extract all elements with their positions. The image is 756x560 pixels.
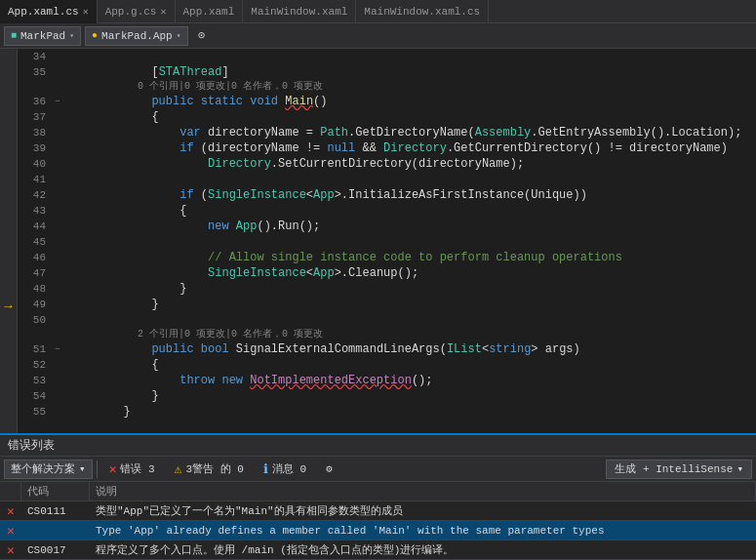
class-dropdown-arrow: ▾: [177, 31, 181, 40]
code-content[interactable]: [STAThread] 0 个引用|0 项更改|0 名作者，0 项更改 publ…: [63, 49, 756, 433]
line-num-39: 39: [18, 140, 52, 156]
line-num-41: 41: [18, 172, 52, 187]
collapse-37: [52, 109, 63, 125]
line-num-50: 50: [18, 312, 52, 328]
code-line-41: [67, 172, 756, 187]
collapse-43: [52, 203, 63, 219]
gutter-icon-1: [0, 64, 18, 80]
collapse-47: [52, 265, 63, 281]
code-line-49: }: [67, 297, 756, 312]
info-count-btn[interactable]: ℹ 消息 0: [256, 460, 314, 479]
tab-close-icon[interactable]: ✕: [83, 6, 89, 18]
error-row-1-icon: ✕: [0, 501, 21, 521]
line-num-35: 35: [18, 64, 52, 80]
toolbar-icon-btn[interactable]: ⊙: [192, 26, 212, 46]
gutter-icon-3: [0, 96, 18, 111]
line-num-40: 40: [18, 156, 52, 172]
collapse-51[interactable]: −: [52, 341, 63, 357]
left-gutter: →: [0, 49, 18, 433]
gutter-icon-15: [0, 283, 18, 299]
line-numbers: 34 35 36 37 38 39 40 41 42 43 44 45 46 4…: [18, 49, 52, 433]
class-dropdown[interactable]: ● MarkPad.App ▾: [85, 26, 187, 46]
filter-icon: ⚙: [326, 462, 333, 475]
line-num-54: 54: [18, 388, 52, 404]
tab-label: MainWindow.xaml.cs: [364, 6, 480, 18]
gutter-icon-4: [0, 111, 18, 127]
code-line-44: new App().Run();: [67, 219, 756, 234]
build-dropdown[interactable]: 生成 + IntelliSense ▾: [606, 460, 752, 479]
tab-mainwindow-xaml[interactable]: MainWindow.xaml: [243, 0, 356, 23]
gutter-icon-19: [0, 345, 18, 361]
line-num-43: 43: [18, 203, 52, 219]
collapse-38: [52, 125, 63, 140]
code-line-48: }: [67, 281, 756, 297]
tab-label: App.xaml: [183, 6, 235, 18]
tab-bar: App.xaml.cs ✕ App.g.cs ✕ App.xaml MainWi…: [0, 0, 756, 23]
line-num-hint2: [18, 328, 52, 341]
code-line-54: }: [67, 388, 756, 404]
code-line-45: [67, 234, 756, 250]
scope-dropdown[interactable]: 整个解决方案 ▾: [4, 460, 93, 479]
build-dropdown-arrow: ▾: [736, 462, 743, 475]
error-row-1[interactable]: ✕ CS0111 类型"App"已定义了一个名为"Main"的具有相同参数类型的…: [0, 501, 756, 521]
gutter-icon-12: [0, 236, 18, 252]
code-line-46: // Allow single instance code to perform…: [67, 250, 756, 265]
gutter-breakpoint-icon[interactable]: →: [0, 299, 18, 314]
collapse-36[interactable]: −: [52, 94, 63, 109]
error-count-btn[interactable]: ✕ 错误 3: [101, 460, 163, 479]
collapse-42: [52, 187, 63, 203]
code-line-42: if (SingleInstance<App>.InitializeAsFirs…: [67, 187, 756, 203]
error-row-2[interactable]: ✕ Type 'App' already defines a member ca…: [0, 521, 756, 540]
scope-dropdown-arrow: ▾: [79, 462, 86, 475]
error-row-2-desc: Type 'App' already defines a member call…: [90, 521, 756, 540]
line-num-47: 47: [18, 265, 52, 281]
error-row-1-desc: 类型"App"已定义了一个名为"Main"的具有相同参数类型的成员: [90, 501, 756, 521]
warning-icon: ⚠: [175, 461, 182, 477]
gutter-icon-8: [0, 174, 18, 189]
tab-label: App.g.cs: [105, 6, 157, 18]
line-num-49: 49: [18, 297, 52, 312]
error-icon: ✕: [109, 461, 117, 477]
code-line-47: SingleInstance<App>.Cleanup();: [67, 265, 756, 281]
build-label: 生成 + IntelliSense: [615, 461, 733, 476]
code-line-52: {: [67, 357, 756, 373]
project-dropdown[interactable]: ■ MarkPad ▾: [4, 26, 81, 46]
gutter-icon-2: [0, 80, 18, 96]
collapse-45: [52, 234, 63, 250]
collapse-48: [52, 281, 63, 297]
gutter-icon-13: [0, 252, 18, 267]
code-line-51: public bool SignalExternalCommandLineArg…: [67, 341, 756, 357]
code-line-40: Directory.SetCurrentDirectory(directoryN…: [67, 156, 756, 172]
warning-count-btn[interactable]: ⚠ 3警告 的 0: [167, 460, 252, 479]
filter-btn[interactable]: ⚙: [318, 460, 340, 479]
collapse-49: [52, 297, 63, 312]
code-line-35: [STAThread]: [67, 64, 756, 80]
line-num-34: 34: [18, 49, 52, 64]
line-num-36: 36: [18, 94, 52, 109]
tab-app-g-cs[interactable]: App.g.cs ✕: [98, 0, 176, 23]
gutter-icon-21: [0, 377, 18, 392]
gutter-icon-18: [0, 330, 18, 345]
error-row-3[interactable]: ✕ CS0017 程序定义了多个入口点。使用 /main (指定包含入口点的类型…: [0, 540, 756, 560]
tab-app-xaml-cs[interactable]: App.xaml.cs ✕: [0, 0, 98, 23]
line-num-55: 55: [18, 404, 52, 420]
error-panel-title: 错误列表: [0, 435, 756, 457]
error-header-row: 代码 说明: [0, 482, 756, 501]
error-count-label: 错误 3: [120, 461, 154, 476]
header-code: 代码: [21, 482, 90, 501]
gutter-icon-6: [0, 142, 18, 158]
tab-app-xaml[interactable]: App.xaml: [176, 0, 244, 23]
line-num-48: 48: [18, 281, 52, 297]
editor-area: → 34 35 36 37 38 39 40 41 42 43 44 45 46…: [0, 49, 756, 433]
project-dropdown-label: MarkPad: [20, 30, 65, 42]
collapse-34: [52, 49, 63, 64]
error-icon-3: ✕: [7, 542, 15, 558]
tab-close-icon[interactable]: ✕: [160, 6, 166, 18]
code-line-43: {: [67, 203, 756, 219]
line-num-53: 53: [18, 373, 52, 388]
code-line-34: [67, 49, 756, 64]
project-dropdown-arrow: ▾: [69, 31, 74, 40]
error-toolbar: 整个解决方案 ▾ ✕ 错误 3 ⚠ 3警告 的 0 ℹ 消息 0 ⚙ 生成 + …: [0, 457, 756, 482]
collapse-hint1: [52, 80, 63, 94]
tab-mainwindow-xaml-cs[interactable]: MainWindow.xaml.cs: [356, 0, 489, 23]
